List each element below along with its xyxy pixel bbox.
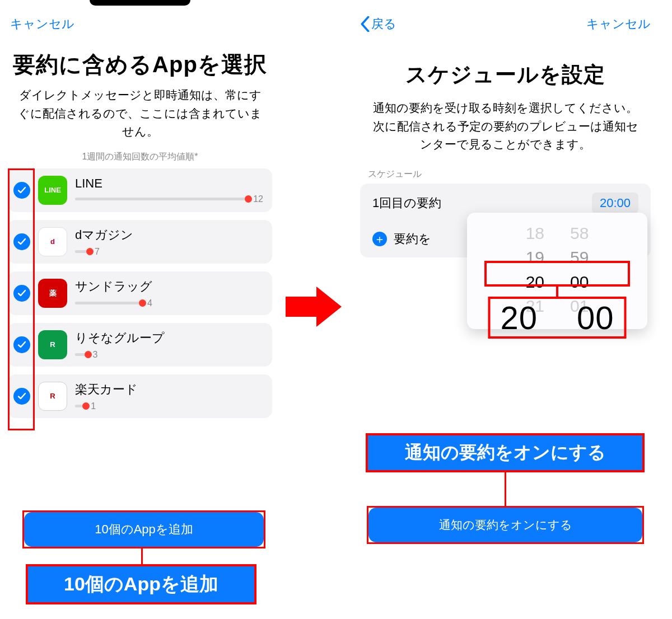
app-meta: サンドラッグ4 [75,278,263,308]
bar-track [75,250,90,253]
section-label: スケジュール [350,168,661,184]
check-icon [17,289,26,298]
chevron-left-icon [360,16,370,32]
app-meta: 楽天カード1 [75,381,263,411]
app-icon: 薬 [38,279,67,308]
app-row[interactable]: R楽天カード1 [8,374,272,418]
app-icon: LINE [38,176,67,205]
notification-count: 12 [253,194,263,204]
bar-dot-icon [245,195,252,203]
app-row[interactable]: 薬サンドラッグ4 [8,271,272,315]
page-title: スケジュールを設定 [350,37,661,99]
sort-label: 1週間の通知回数の平均値順* [0,147,280,168]
bar-track [75,302,143,304]
bar-dot-icon [139,299,146,307]
sheet: 戻る キャンセル スケジュールを設定 通知の要約を受け取る時刻を選択してください… [350,3,661,257]
app-list: LINELINE12ddマガジン7薬サンドラッグ4Rりそなグループ3R楽天カード… [0,168,280,418]
app-meta: LINE12 [75,176,263,204]
time-picker[interactable]: 18 19 20 21 58 59 00 01 20 [467,213,647,329]
add-apps-button[interactable]: 10個のAppを追加 [24,512,264,547]
notch [90,0,190,6]
app-name: dマガジン [75,227,263,243]
notification-count: 3 [93,350,98,360]
annotation-big-callout: 通知の要約をオンにする [366,433,645,472]
check-icon [17,340,26,349]
annotation-big-callout: 10個のAppを追加 [26,564,256,604]
check-icon [17,237,26,246]
notification-bar: 1 [75,401,263,411]
navbar: キャンセル [0,9,280,37]
svg-marker-0 [286,287,342,327]
checkbox-checked[interactable] [13,388,30,405]
enable-summary-button[interactable]: 通知の要約をオンにする [368,508,642,542]
annotation-connector [505,472,506,506]
bar-track [75,198,249,200]
arrow-icon [286,284,342,329]
plus-icon: ＋ [372,232,387,246]
notification-bar: 12 [75,194,263,204]
bar-dot-icon [86,248,94,255]
bar-dot-icon [85,351,92,358]
annotation-big-callout-text: 10個のAppを追加 [64,571,218,597]
app-icon: d [38,227,67,256]
annotation-connector [556,287,558,298]
navbar: 戻る キャンセル [350,9,661,37]
checkbox-checked[interactable] [13,285,30,302]
annotation-big-callout-text: 通知の要約をオンにする [405,440,606,465]
page-subtitle: ダイレクトメッセージと即時通知は、常にすぐに配信されるので、ここには含まれていま… [0,86,280,147]
annotation-primary-button-box: 通知の要約をオンにする [367,506,644,544]
notification-count: 1 [91,401,96,411]
screen-select-apps: キャンセル 要約に含めるAppを選択 ダイレクトメッセージと即時通知は、常にすぐ… [0,0,280,619]
sheet: キャンセル 要約に含めるAppを選択 ダイレクトメッセージと即時通知は、常にすぐ… [0,3,280,418]
notification-bar: 3 [75,350,263,360]
cancel-button[interactable]: キャンセル [10,16,74,32]
app-row[interactable]: Rりそなグループ3 [8,323,272,367]
app-row[interactable]: LINELINE12 [8,168,272,212]
bar-track [75,353,88,356]
annotation-primary-button-box: 10個のAppを追加 [22,510,265,548]
app-name: 楽天カード [75,381,263,398]
notification-count: 7 [95,247,100,257]
schedule-row-label: 1回目の要約 [372,195,441,212]
back-button[interactable]: 戻る [360,16,396,32]
checkbox-checked[interactable] [13,336,30,353]
app-icon: R [38,382,67,411]
app-name: サンドラッグ [75,278,263,295]
notification-bar: 4 [75,298,263,308]
notification-count: 4 [147,298,152,308]
screen-set-schedule: 戻る キャンセル スケジュールを設定 通知の要約を受け取る時刻を選択してください… [350,0,661,619]
checkbox-checked[interactable] [13,233,30,250]
add-summary-label: 要約を [394,231,431,247]
app-meta: dマガジン7 [75,227,263,257]
annotation-big-time: 20 00 [488,297,626,339]
annotation-big-hour: 20 [500,299,538,336]
check-icon [17,392,26,401]
notification-bar: 7 [75,247,263,257]
schedule-card: 1回目の要約 20:00 ＋ 要約を 18 19 20 21 58 [360,184,651,257]
page-subtitle: 通知の要約を受け取る時刻を選択してください。次に配信される予定の要約のプレビュー… [350,99,661,168]
app-name: LINE [75,176,263,191]
back-label: 戻る [371,16,396,32]
page-title: 要約に含めるAppを選択 [0,37,280,86]
annotation-connector [141,547,143,564]
picker-value: 18 [526,223,544,244]
cancel-button[interactable]: キャンセル [586,16,651,32]
app-row[interactable]: ddマガジン7 [8,220,272,264]
app-icon: R [38,330,67,359]
app-name: りそなグループ [75,330,263,346]
picker-value: 58 [570,223,589,244]
annotation-big-minute: 00 [577,299,614,336]
check-icon [17,186,26,195]
checkbox-checked[interactable] [13,182,30,199]
bar-dot-icon [82,402,90,410]
annotation-picker-selection-box [484,261,630,287]
app-meta: りそなグループ3 [75,330,263,360]
bar-track [75,405,86,407]
schedule-time-pill[interactable]: 20:00 [592,193,638,214]
